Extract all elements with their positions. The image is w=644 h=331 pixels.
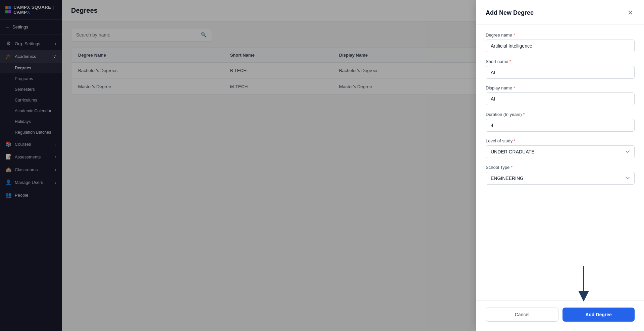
modal-title: Add New Degree (486, 9, 534, 16)
level-of-study-select[interactable]: UNDER GRADUATE POST GRADUATE DOCTORATE (486, 145, 635, 158)
modal-body: Degree name * Short name * Display name … (476, 24, 644, 301)
required-indicator: * (513, 32, 515, 38)
modal-close-button[interactable]: ✕ (626, 8, 635, 17)
school-type-label: School Type * (486, 165, 635, 170)
modal-footer: Cancel Add Degree (476, 301, 644, 331)
duration-input[interactable] (486, 119, 635, 132)
degree-name-input[interactable] (486, 40, 635, 52)
add-degree-modal: Add New Degree ✕ Degree name * Short nam… (476, 0, 644, 331)
short-name-label: Short name * (486, 59, 635, 64)
required-indicator: * (509, 59, 511, 64)
modal-header: Add New Degree ✕ (476, 0, 644, 24)
degree-name-label: Degree name * (486, 32, 635, 38)
school-type-field: School Type * ENGINEERING ARTS SCIENCE C… (486, 165, 635, 185)
display-name-input[interactable] (486, 92, 635, 105)
level-of-study-field: Level of study * UNDER GRADUATE POST GRA… (486, 138, 635, 158)
duration-field: Duration (In years) * (486, 112, 635, 132)
display-name-field: Display name * (486, 85, 635, 105)
required-indicator: * (523, 112, 525, 117)
short-name-field: Short name * (486, 59, 635, 79)
required-indicator: * (513, 85, 515, 90)
duration-label: Duration (In years) * (486, 112, 635, 117)
degree-name-field: Degree name * (486, 32, 635, 52)
required-indicator: * (514, 138, 516, 143)
short-name-input[interactable] (486, 66, 635, 79)
display-name-label: Display name * (486, 85, 635, 90)
required-indicator: * (511, 165, 513, 170)
level-of-study-label: Level of study * (486, 138, 635, 143)
school-type-select[interactable]: ENGINEERING ARTS SCIENCE COMMERCE LAW ME… (486, 172, 635, 185)
add-degree-button[interactable]: Add Degree (562, 308, 635, 322)
cancel-button[interactable]: Cancel (486, 308, 558, 322)
